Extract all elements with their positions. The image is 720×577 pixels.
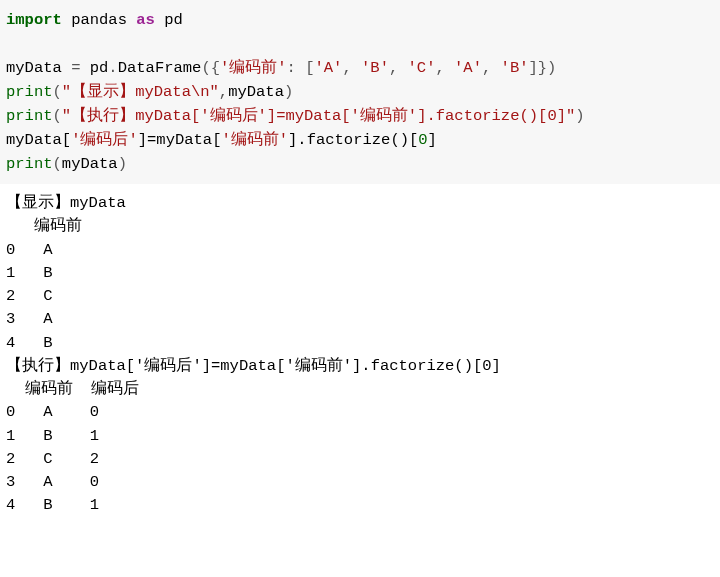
print-call: print bbox=[6, 107, 53, 125]
comma: , bbox=[219, 83, 228, 101]
list-item: 'C' bbox=[408, 59, 436, 77]
output-line: 3 A 0 bbox=[6, 473, 99, 491]
list-item: 'B' bbox=[361, 59, 389, 77]
list-item: 'B' bbox=[501, 59, 529, 77]
print-call: print bbox=[6, 83, 53, 101]
code-cell: import pandas as pd myData = pd.DataFram… bbox=[0, 0, 720, 184]
output-cell: 【显示】myData 编码前 0 A 1 B 2 C 3 A 4 B 【执行】m… bbox=[0, 184, 720, 530]
list-item: 'A' bbox=[315, 59, 343, 77]
var-arg: myData bbox=[228, 83, 284, 101]
dot-op: . bbox=[108, 59, 117, 77]
paren-open: ( bbox=[53, 83, 62, 101]
comma: , bbox=[342, 59, 361, 77]
comma: , bbox=[435, 59, 454, 77]
paren-close: ) bbox=[118, 155, 127, 173]
var-mydata: myData bbox=[6, 59, 62, 77]
output-line: 4 B bbox=[6, 334, 53, 352]
keyword-import: import bbox=[6, 11, 62, 29]
comma: , bbox=[389, 59, 408, 77]
alias-name: pd bbox=[164, 11, 183, 29]
string-arg: "【显示】myData\n" bbox=[62, 83, 219, 101]
factorize-call: ].factorize()[ bbox=[288, 131, 418, 149]
var-arg: myData bbox=[62, 155, 118, 173]
output-line: 1 B 1 bbox=[6, 427, 99, 445]
colon: : [ bbox=[287, 59, 315, 77]
module-name: pandas bbox=[71, 11, 127, 29]
output-line: 编码前 bbox=[6, 217, 82, 235]
assignment-lhs: myData[ bbox=[6, 131, 71, 149]
open-brace: ({ bbox=[201, 59, 220, 77]
output-line: 2 C bbox=[6, 287, 53, 305]
output-line: 编码前 编码后 bbox=[6, 380, 139, 398]
output-line: 0 A bbox=[6, 241, 53, 259]
output-line: 【执行】myData['编码后']=myData['编码前'].factoriz… bbox=[6, 357, 501, 375]
output-line: 0 A 0 bbox=[6, 403, 99, 421]
output-line: 【显示】myData bbox=[6, 194, 126, 212]
keyword-as: as bbox=[136, 11, 155, 29]
dataframe-call: DataFrame bbox=[118, 59, 202, 77]
index-zero: 0 bbox=[418, 131, 427, 149]
dict-key: '编码前' bbox=[220, 59, 287, 77]
equals-op: = bbox=[71, 59, 80, 77]
output-line: 1 B bbox=[6, 264, 53, 282]
comma: , bbox=[482, 59, 501, 77]
output-line: 2 C 2 bbox=[6, 450, 99, 468]
string-arg: "【执行】myData['编码后']=myData['编码前'].factori… bbox=[62, 107, 575, 125]
list-item: 'A' bbox=[454, 59, 482, 77]
output-line: 4 B 1 bbox=[6, 496, 99, 514]
assignment-mid: ]=myData[ bbox=[138, 131, 222, 149]
close-brace: ]}) bbox=[528, 59, 556, 77]
output-line: 3 A bbox=[6, 310, 53, 328]
print-call: print bbox=[6, 155, 53, 173]
paren-open: ( bbox=[53, 155, 62, 173]
pd-ref: pd bbox=[90, 59, 109, 77]
paren-open: ( bbox=[53, 107, 62, 125]
paren-close: ) bbox=[575, 107, 584, 125]
paren-close: ) bbox=[284, 83, 293, 101]
key-str: '编码前' bbox=[221, 131, 288, 149]
key-str: '编码后' bbox=[71, 131, 138, 149]
bracket-close: ] bbox=[428, 131, 437, 149]
